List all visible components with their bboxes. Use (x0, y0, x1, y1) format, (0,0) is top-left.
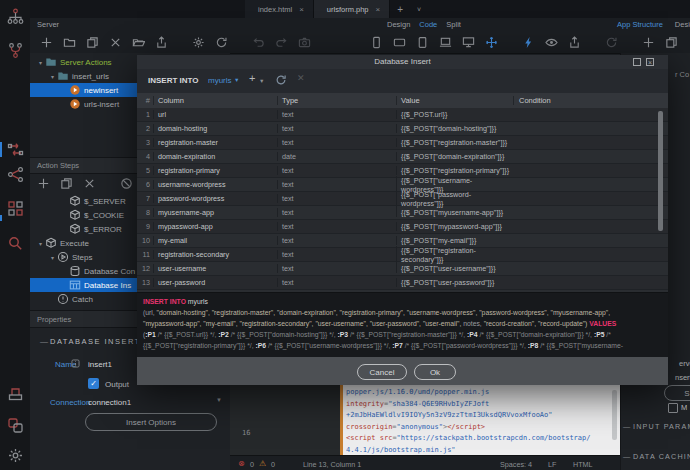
tab-index.html[interactable]: index.html× (245, 0, 314, 18)
language-mode[interactable]: HTML (573, 460, 593, 469)
open-folder-icon[interactable] (132, 36, 145, 49)
table-row-user-password[interactable]: 13user-passwordtext{{$_POST["user-passwo… (137, 276, 668, 290)
tree-caret-icon[interactable]: ▾ (36, 59, 45, 66)
column-header-value[interactable]: Value (396, 96, 513, 105)
cursor-position[interactable]: Line 13, Column 1 (303, 460, 361, 469)
table-scrollbar[interactable] (658, 111, 663, 231)
activity-publish-icon[interactable] (7, 385, 24, 402)
mode-code[interactable]: Code (419, 20, 437, 29)
code-area[interactable]: popper.js/1.16.0/umd/popper.min.jsintegr… (343, 385, 620, 455)
section-collapse-dash[interactable]: — (623, 452, 630, 461)
section-collapse-dash[interactable]: — (623, 422, 630, 431)
tree-caret-icon[interactable]: ▾ (36, 240, 45, 247)
name-field-value[interactable]: insert1 (88, 360, 112, 369)
table-row-registration-secondary[interactable]: 11registration-secondarytext{{$_POST["re… (137, 248, 668, 262)
laptop-icon[interactable] (439, 36, 452, 49)
activity-extensions-icon[interactable] (7, 417, 24, 434)
editor-scrollbar[interactable] (612, 390, 617, 440)
errors-icon[interactable]: ⊗ (238, 459, 245, 468)
phone-icon[interactable] (370, 36, 383, 49)
close-icon[interactable] (109, 36, 122, 49)
redo-icon[interactable] (275, 36, 288, 49)
line-ending-setting[interactable]: LF (548, 460, 556, 469)
column-header-num[interactable]: # (137, 96, 153, 105)
section-collapse-dash[interactable]: — (40, 337, 48, 346)
cancel-button[interactable]: Cancel (357, 364, 407, 380)
desktop-icon[interactable] (462, 36, 475, 49)
remove-column-icon[interactable]: ✕ (297, 73, 305, 83)
tab-close-icon[interactable]: × (299, 5, 304, 14)
add-icon[interactable] (37, 177, 50, 190)
tree-caret-icon[interactable]: ▾ (48, 254, 57, 261)
share-icon[interactable] (568, 36, 581, 49)
table-row-mypassword-app[interactable]: 9mypassword-apptext{{$_POST["mypassword-… (137, 220, 668, 234)
refresh-columns-icon[interactable] (275, 74, 287, 86)
mode-split[interactable]: Split (446, 20, 461, 29)
add-column-button[interactable]: + (249, 72, 255, 84)
insert-options-button[interactable]: Insert Options (85, 413, 217, 431)
copy-icon[interactable] (665, 36, 678, 49)
table-name-dropdown[interactable]: myurls (208, 76, 232, 85)
right-panel-checkbox-fragment[interactable] (668, 403, 678, 413)
dialog-maximize-icon[interactable] (633, 58, 641, 66)
table-row-user-username[interactable]: 12user-usernametext{{$_POST["user-userna… (137, 262, 668, 276)
activity-share-nodes-icon[interactable] (7, 166, 24, 183)
settings-icon[interactable] (192, 36, 205, 49)
refresh-icon[interactable] (605, 36, 618, 49)
tree-caret-icon[interactable]: ▾ (48, 73, 57, 80)
dialog-close-icon[interactable]: × (646, 58, 654, 66)
column-header-condition[interactable]: Condition (513, 96, 668, 105)
info-icon[interactable] (71, 359, 80, 368)
right-panel-button-fragment[interactable]: S (664, 385, 690, 401)
ok-button[interactable]: Ok (414, 364, 456, 380)
tab-close-icon[interactable]: × (376, 5, 381, 14)
fit-screen-icon[interactable] (485, 36, 498, 49)
export-icon[interactable] (155, 36, 168, 49)
warnings-icon[interactable]: ⚠ (259, 459, 266, 468)
close-icon[interactable] (83, 177, 96, 190)
undo-icon[interactable] (252, 36, 265, 49)
add-icon[interactable] (40, 36, 53, 49)
tab-urlsform.php[interactable]: urlsform.php× (314, 0, 390, 18)
panel-tab-design[interactable]: Design (675, 20, 690, 29)
column-header-column[interactable]: Column (153, 96, 277, 105)
indentation-setting[interactable]: Spaces: 4 (500, 460, 532, 469)
tab-list-chevron[interactable]: ˅ (410, 0, 428, 18)
output-checkbox[interactable]: ✓ (88, 378, 99, 389)
right-section-input-param[interactable]: INPUT PARAM (633, 422, 690, 431)
connection-dropdown-chevron-icon[interactable]: ▼ (216, 397, 222, 403)
copy-icon[interactable] (86, 36, 99, 49)
table-dropdown-chevron-icon[interactable]: ▼ (234, 77, 239, 83)
table-row-password-wordpress[interactable]: 7password-wordpresstext{{$_POST["passwor… (137, 192, 668, 206)
add-icon[interactable] (642, 36, 655, 49)
bolt-icon[interactable] (522, 36, 535, 49)
activity-settings-gear-icon[interactable] (7, 447, 24, 464)
activity-grid-squares-icon[interactable] (7, 200, 24, 217)
tablet-landscape-icon[interactable] (393, 36, 406, 49)
right-section-data-cachin[interactable]: DATA CACHIN (633, 452, 690, 461)
activity-search-icon[interactable] (7, 235, 24, 252)
panel-tab-app-structure[interactable]: App Structure (617, 20, 663, 29)
activity-git-branch-icon[interactable] (7, 42, 24, 59)
table-row-domain-hosting[interactable]: 2domain-hostingtext{{$_POST["domain-host… (137, 122, 668, 136)
table-row-registration-master[interactable]: 3registration-mastertext{{$_POST["regist… (137, 136, 668, 150)
table-row-url[interactable]: 1urltext{{$_POST.url}} (137, 108, 668, 122)
dialog-titlebar[interactable]: Database Insert × (137, 55, 668, 70)
table-row-domain-expiration[interactable]: 4domain-expirationdate{{$_POST["domain-e… (137, 150, 668, 164)
camera-icon[interactable] (298, 36, 311, 49)
copy-icon[interactable] (60, 177, 73, 190)
activity-sitemap-icon[interactable] (7, 8, 24, 25)
tablet-portrait-icon[interactable] (416, 36, 429, 49)
add-column-chevron-icon[interactable]: ▼ (259, 78, 264, 84)
refresh-icon[interactable] (215, 36, 228, 49)
activity-workflow-icon[interactable] (7, 141, 24, 158)
column-header-type[interactable]: Type (277, 96, 396, 105)
eye-icon[interactable] (545, 36, 558, 49)
mode-design[interactable]: Design (387, 20, 410, 29)
code-editor[interactable]: 16 popper.js/1.16.0/umd/popper.min.jsint… (230, 385, 620, 455)
disable-icon[interactable] (120, 177, 133, 190)
table-row-myusername-app[interactable]: 8myusername-apptext{{$_POST["myusername-… (137, 206, 668, 220)
new-tab-button[interactable]: + (390, 0, 410, 18)
connection-field-value[interactable]: connection1 (88, 398, 131, 407)
folder-icon[interactable] (63, 36, 76, 49)
